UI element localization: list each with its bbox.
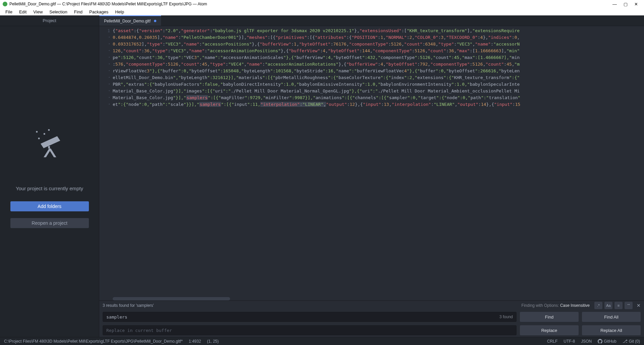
sidebar: Project Your project is currently empty … (0, 15, 99, 337)
status-github[interactable]: GitHub (598, 339, 616, 344)
add-folders-button[interactable]: Add folders (10, 201, 89, 211)
svg-rect-2 (44, 133, 45, 135)
svg-rect-3 (38, 138, 40, 139)
svg-rect-1 (48, 129, 50, 131)
status-line-ending[interactable]: CRLF (547, 339, 557, 344)
tab-file[interactable]: PelletMill_Door_Demo.gltf (99, 15, 161, 26)
status-bar: C:\Project Files\FM 480\3D Models\Pellet… (0, 337, 644, 345)
empty-project-text: Your project is currently empty (16, 186, 83, 191)
close-button[interactable]: ✕ (634, 2, 638, 7)
menu-edit[interactable]: Edit (16, 9, 30, 14)
status-selection: (1, 25) (207, 339, 219, 344)
find-and-replace-panel: 3 results found for 'samplers' Finding w… (99, 300, 644, 337)
find-option-whole-word[interactable]: “” (625, 302, 633, 309)
gutter: 1 • • • • • • • • • • • (99, 26, 113, 300)
minimize-button[interactable]: — (612, 2, 617, 7)
menu-packages[interactable]: Packages (86, 9, 112, 14)
status-grammar[interactable]: JSON (581, 339, 592, 344)
sidebar-tab-project[interactable]: Project (0, 15, 99, 26)
find-option-case[interactable]: Aa (604, 302, 612, 309)
find-option-regex[interactable]: .* (594, 302, 602, 309)
replace-button[interactable]: Replace (520, 325, 579, 335)
menu-find[interactable]: Find (71, 9, 86, 14)
text-editor[interactable]: 1 • • • • • • • • • • • {"asset":{"versi… (99, 26, 644, 300)
svg-rect-4 (48, 146, 50, 148)
find-input-value: samplers (106, 315, 127, 320)
menubar: File Edit View Selection Find Packages H… (0, 8, 644, 15)
replace-all-button[interactable]: Replace All (582, 325, 641, 335)
find-options-label: Finding with Options: Case Insensitive (522, 303, 590, 308)
find-all-button[interactable]: Find All (582, 312, 641, 322)
telescope-icon (35, 129, 65, 159)
status-path[interactable]: C:\Project Files\FM 480\3D Models\Pellet… (4, 339, 183, 344)
find-option-selection[interactable]: ≡ (614, 302, 623, 309)
menu-selection[interactable]: Selection (46, 9, 70, 14)
code-content[interactable]: {"asset":{"version":"2.0","generator":"b… (113, 26, 644, 300)
find-count: 3 found (499, 315, 513, 319)
maximize-button[interactable]: ▢ (624, 2, 628, 7)
find-input[interactable]: samplers 3 found (103, 312, 517, 322)
svg-rect-0 (36, 131, 38, 133)
find-results-text: 3 results found for 'samplers' (103, 303, 522, 308)
status-git[interactable]: ⎇ Git (0) (623, 339, 640, 344)
tab-filename: PelletMill_Door_Demo.gltf (104, 19, 151, 23)
github-icon (598, 339, 602, 344)
modified-indicator-icon (154, 20, 156, 22)
git-branch-icon: ⎇ (623, 339, 628, 344)
horizontal-scrollbar[interactable] (113, 297, 230, 300)
window-title: PelletMill_Door_Demo.gltf — C:\Project F… (9, 2, 612, 6)
close-find-panel-icon[interactable]: ✕ (637, 303, 641, 308)
line-number: 1 (99, 27, 110, 34)
tab-bar: PelletMill_Door_Demo.gltf (99, 15, 644, 26)
reopen-project-button[interactable]: Reopen a project (10, 218, 89, 228)
menu-file[interactable]: File (2, 9, 16, 14)
status-cursor-position[interactable]: 1:4932 (189, 339, 201, 344)
replace-placeholder: Replace in current buffer (106, 328, 172, 333)
replace-input[interactable]: Replace in current buffer (103, 325, 517, 335)
titlebar: PelletMill_Door_Demo.gltf — C:\Project F… (0, 0, 644, 8)
menu-help[interactable]: Help (112, 9, 127, 14)
find-button[interactable]: Find (520, 312, 579, 322)
status-encoding[interactable]: UTF-8 (564, 339, 575, 344)
menu-view[interactable]: View (30, 9, 46, 14)
app-icon (3, 2, 7, 6)
